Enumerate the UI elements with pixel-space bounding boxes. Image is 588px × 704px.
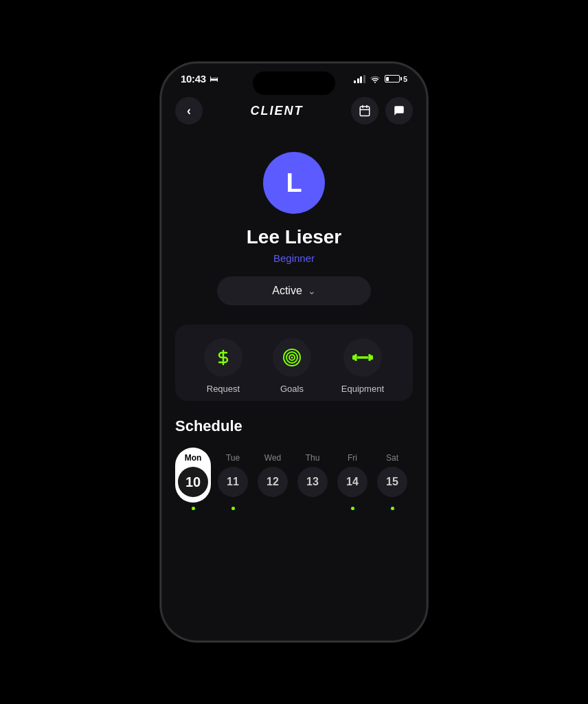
svg-rect-0 xyxy=(360,107,370,116)
status-dropdown[interactable]: Active ⌄ xyxy=(217,276,371,305)
day-dot-tue xyxy=(231,507,235,510)
equipment-button[interactable]: Equipment xyxy=(341,338,384,394)
calendar-button[interactable] xyxy=(351,97,378,124)
battery-icon: 5 xyxy=(385,75,407,83)
screen-content: ‹ CLIENT xyxy=(161,90,427,630)
chevron-left-icon: ‹ xyxy=(187,104,191,118)
day-tue[interactable]: Tue 11 xyxy=(215,448,251,510)
message-button[interactable] xyxy=(385,97,413,124)
svg-point-8 xyxy=(291,357,293,359)
day-num-sat: 15 xyxy=(386,476,398,488)
day-mon[interactable]: Mon 10 xyxy=(175,448,211,510)
svg-rect-10 xyxy=(354,354,357,361)
day-name-wed: Wed xyxy=(264,453,281,463)
day-num-thu: 13 xyxy=(306,476,319,488)
bed-icon: 🛏 xyxy=(210,74,218,84)
goals-icon-circle xyxy=(273,338,311,377)
target-icon xyxy=(282,348,302,367)
page-title: CLIENT xyxy=(251,104,304,118)
request-button[interactable]: Request xyxy=(204,338,242,394)
client-name: Lee Lieser xyxy=(247,226,342,248)
day-dot-sat xyxy=(391,507,394,510)
phone-frame: 10:43 🛏 5 xyxy=(160,62,428,642)
client-level: Beginner xyxy=(273,252,315,264)
goals-label: Goals xyxy=(280,384,304,394)
schedule-section: Schedule Mon 10 Tue xyxy=(175,417,413,517)
request-label: Request xyxy=(207,384,240,394)
schedule-title: Schedule xyxy=(175,417,413,435)
day-num-fri: 14 xyxy=(346,476,359,488)
avatar-initial: L xyxy=(286,168,302,198)
day-wed[interactable]: Wed 12 xyxy=(255,448,291,510)
status-time: 10:43 xyxy=(181,73,206,85)
equipment-icon-circle xyxy=(343,338,382,377)
day-dot-mon xyxy=(192,507,195,510)
status-icons: 5 xyxy=(354,75,407,83)
day-name-tue: Tue xyxy=(226,453,240,463)
day-num-mon: 10 xyxy=(185,474,201,490)
day-name-sat: Sat xyxy=(386,453,398,463)
request-icon-circle xyxy=(204,338,242,377)
day-sat[interactable]: Sat 15 xyxy=(374,448,410,510)
nav-bar: ‹ CLIENT xyxy=(175,90,413,138)
svg-rect-11 xyxy=(357,356,369,358)
signal-bars-icon xyxy=(354,75,365,83)
message-nav-icon xyxy=(393,104,405,117)
dumbbell-icon xyxy=(352,349,373,366)
day-thu[interactable]: Thu 13 xyxy=(295,448,330,510)
day-name-fri: Fri xyxy=(348,453,357,463)
goals-button[interactable]: Goals xyxy=(273,338,311,394)
calendar-row: Mon 10 Tue 11 xyxy=(175,448,413,510)
dollar-icon xyxy=(215,349,231,366)
action-row: Request Goals xyxy=(175,324,413,401)
day-name-thu: Thu xyxy=(306,453,320,463)
status-text: Active xyxy=(272,285,302,297)
back-button[interactable]: ‹ xyxy=(175,97,203,124)
day-dot-fri xyxy=(351,507,354,510)
day-num-tue: 11 xyxy=(227,476,239,488)
dynamic-island xyxy=(253,72,335,95)
equipment-label: Equipment xyxy=(341,384,384,394)
svg-rect-13 xyxy=(370,355,373,360)
chevron-down-icon: ⌄ xyxy=(308,285,316,296)
nav-actions xyxy=(351,97,413,124)
day-fri[interactable]: Fri 14 xyxy=(335,448,370,510)
wifi-icon xyxy=(370,75,381,83)
profile-section: L Lee Lieser Beginner Active ⌄ xyxy=(175,138,413,322)
calendar-nav-icon xyxy=(359,104,371,117)
day-name-mon: Mon xyxy=(185,453,202,463)
avatar: L xyxy=(263,152,325,214)
day-num-wed: 12 xyxy=(267,476,279,488)
